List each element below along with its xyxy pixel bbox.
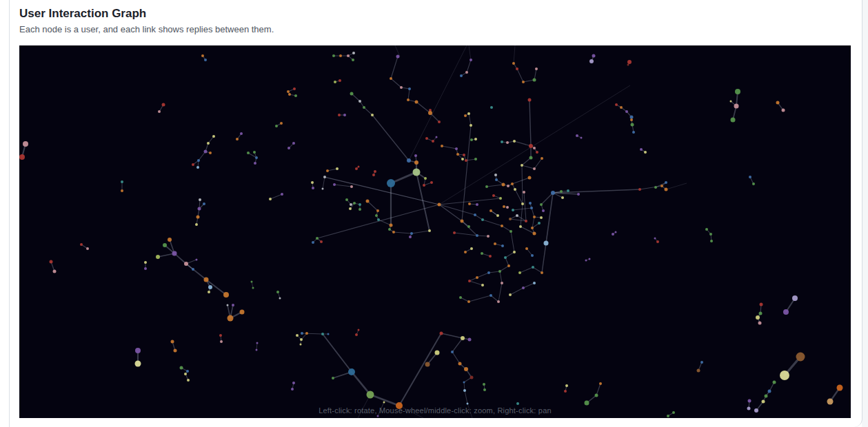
graph-node[interactable] (464, 251, 467, 253)
graph-node[interactable] (509, 293, 512, 296)
graph-node[interactable] (501, 244, 504, 247)
graph-node[interactable] (470, 376, 474, 379)
graph-node[interactable] (501, 140, 503, 143)
graph-node[interactable] (700, 361, 703, 364)
graph-node[interactable] (461, 158, 464, 160)
graph-node[interactable] (388, 228, 391, 231)
graph-node[interactable] (359, 208, 361, 211)
graph-node[interactable] (542, 209, 545, 212)
graph-node[interactable] (513, 251, 516, 253)
graph-node[interactable] (312, 187, 314, 189)
graph-node[interactable] (470, 59, 472, 61)
graph-node[interactable] (255, 156, 258, 159)
graph-node[interactable] (168, 238, 172, 242)
graph-node[interactable] (529, 202, 532, 205)
graph-node[interactable] (367, 391, 374, 399)
graph-node[interactable] (758, 322, 762, 325)
graph-node[interactable] (474, 138, 477, 140)
graph-node[interactable] (288, 93, 291, 96)
graph-node[interactable] (121, 189, 123, 192)
graph-node[interactable] (236, 138, 239, 140)
graph-node[interactable] (371, 114, 374, 116)
graph-node[interactable] (499, 197, 502, 200)
graph-node[interactable] (654, 238, 656, 240)
graph-node[interactable] (455, 147, 458, 150)
graph-node[interactable] (509, 230, 512, 233)
graph-node[interactable] (585, 260, 587, 262)
graph-node[interactable] (350, 203, 352, 206)
graph-node[interactable] (564, 390, 567, 393)
graph-node[interactable] (768, 390, 771, 393)
graph-node[interactable] (514, 188, 516, 191)
graph-node[interactable] (414, 154, 417, 157)
graph-node[interactable] (521, 202, 524, 205)
graph-node[interactable] (240, 132, 243, 135)
graph-node[interactable] (765, 395, 768, 398)
graph-node[interactable] (387, 179, 395, 187)
graph-node[interactable] (748, 399, 751, 403)
graph-node[interactable] (612, 233, 614, 236)
graph-node[interactable] (773, 381, 776, 384)
graph-node[interactable] (525, 220, 527, 222)
graph-node[interactable] (796, 353, 805, 362)
graph-node[interactable] (408, 87, 411, 90)
graph-node[interactable] (483, 388, 486, 391)
graph-node[interactable] (80, 243, 83, 246)
graph-node[interactable] (321, 333, 324, 335)
graph-node[interactable] (269, 198, 272, 200)
graph-node[interactable] (560, 190, 563, 193)
graph-node[interactable] (312, 241, 314, 244)
graph-node[interactable] (156, 255, 160, 259)
graph-node[interactable] (709, 233, 712, 236)
graph-node[interactable] (529, 156, 533, 160)
graph-node[interactable] (710, 240, 713, 242)
graph-node[interactable] (287, 147, 290, 149)
graph-node[interactable] (521, 164, 523, 167)
graph-node[interactable] (343, 114, 346, 116)
graph-node[interactable] (589, 59, 594, 63)
graph-node[interactable] (762, 400, 765, 404)
graph-node[interactable] (409, 236, 412, 238)
graph-node[interactable] (461, 220, 464, 223)
graph-node[interactable] (615, 103, 618, 106)
graph-node[interactable] (498, 270, 501, 273)
graph-node[interactable] (174, 349, 177, 353)
graph-node[interactable] (492, 194, 495, 197)
graph-node[interactable] (135, 361, 141, 367)
graph-node[interactable] (332, 54, 335, 57)
graph-node[interactable] (207, 142, 210, 145)
graph-node[interactable] (470, 138, 473, 141)
graph-node[interactable] (280, 122, 283, 125)
graph-node[interactable] (208, 285, 212, 289)
graph-node[interactable] (377, 415, 379, 417)
graph-node[interactable] (528, 176, 532, 180)
graph-node[interactable] (459, 296, 462, 299)
graph-node[interactable] (300, 338, 303, 341)
graph-node[interactable] (506, 206, 509, 209)
graph-node[interactable] (414, 160, 418, 165)
graph-node[interactable] (227, 304, 229, 306)
graph-node[interactable] (256, 349, 258, 351)
graph-node[interactable] (50, 260, 53, 264)
graph-node[interactable] (348, 368, 355, 375)
graph-node[interactable] (252, 287, 254, 289)
graph-node[interactable] (507, 185, 509, 187)
graph-node[interactable] (665, 188, 668, 191)
graph-node[interactable] (656, 240, 659, 243)
graph-node[interactable] (363, 106, 365, 109)
graph-node[interactable] (483, 383, 485, 386)
graph-node[interactable] (509, 218, 512, 220)
graph-node[interactable] (352, 52, 355, 54)
graph-node[interactable] (279, 298, 281, 300)
graph-node[interactable] (332, 377, 334, 379)
graph-node[interactable] (163, 243, 167, 247)
graph-node[interactable] (535, 67, 538, 70)
graph-node[interactable] (476, 276, 478, 279)
graph-node[interactable] (501, 282, 503, 284)
graph-node[interactable] (186, 370, 189, 373)
graph-node[interactable] (415, 101, 418, 104)
graph-node[interactable] (615, 231, 617, 233)
graph-node[interactable] (352, 59, 354, 61)
graph-node[interactable] (440, 332, 443, 335)
graph-node[interactable] (627, 60, 632, 64)
